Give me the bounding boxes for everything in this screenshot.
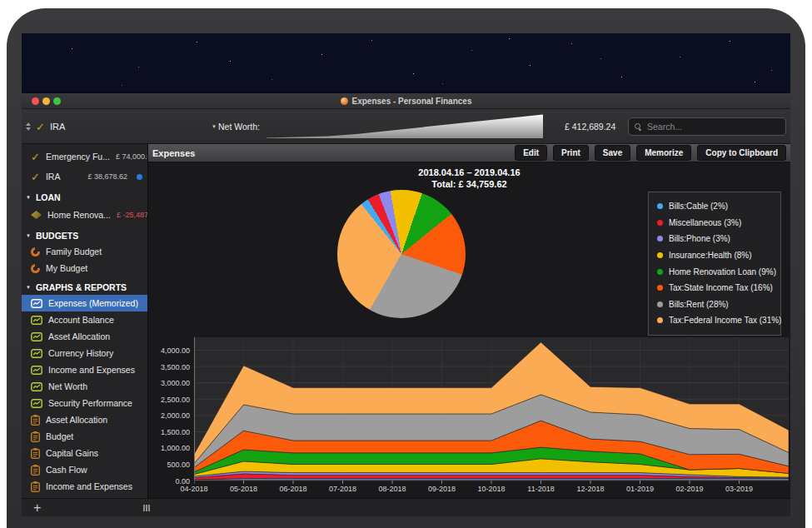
report-header-buttons: EditPrintSaveMemorizeCopy to Clipboard [515,145,786,161]
copy-to-clipboard-button[interactable]: Copy to Clipboard [697,145,786,161]
sidebar-item-income-and-expenses[interactable]: Income and Expenses [22,361,147,378]
sidebar-item-emergency-fu[interactable]: ✓Emergency Fu...£ 74,000.00 [22,147,147,167]
expenses-area-chart: 0.00500.001,000.001,500.002,000.002,500.… [148,331,790,498]
sidebar-item-account-balance[interactable]: Account Balance [22,311,147,328]
x-axis-label: 01-2019 [619,485,662,493]
memorize-button[interactable]: Memorize [636,145,691,161]
budget-icon [31,247,40,257]
laptop-bezel: Expenses - Personal Finances ✓ IRA ▼ Net… [7,8,805,528]
sidebar-item-currency-history[interactable]: Currency History [22,345,147,361]
sidebar-item-my-budget[interactable]: My Budget [22,260,147,276]
search-input[interactable] [645,121,780,132]
add-account-button[interactable]: + [33,500,41,516]
sidebar-section-budgets[interactable]: ▼BUDGETS [22,225,147,243]
disclosure-triangle-icon: ▼ [26,195,31,200]
sidebar-item-budget[interactable]: Budget [22,428,147,445]
legend-item-insurance-health: Insurance:Health (8%) [649,247,780,264]
legend-color-dot [657,285,663,291]
sidebar-item-label: Asset Allocation [46,415,107,425]
account-balance: £ 74,000.00 [116,152,148,161]
legend-color-dot [657,236,663,242]
zoom-button[interactable] [53,97,61,105]
save-button[interactable]: Save [595,145,630,161]
sidebar-item-income-and-expenses[interactable]: Income and Expenses [22,478,147,495]
sidebar-item-label: Account Balance [48,315,114,325]
stepper-icon[interactable] [26,122,31,131]
search-box[interactable] [628,117,786,136]
report-icon [31,448,40,459]
report-area: 2018.04.16 – 2019.04.16 Total: £ 34,759.… [148,162,790,498]
graph-icon [31,366,42,375]
sidebar-item-capital-gains[interactable]: Capital Gains [22,445,147,461]
report-icon [31,481,40,492]
graph-icon [31,382,42,391]
sidebar-item-label: Family Budget [46,247,102,257]
sidebar-section-loan[interactable]: ▼LOAN [22,187,147,205]
legend-color-dot [657,301,663,307]
sidebar-item-label: Income and Expenses [48,365,135,375]
edit-button[interactable]: Edit [515,145,547,161]
app-window: Expenses - Personal Finances ✓ IRA ▼ Net… [22,93,790,516]
sidebar-item-ira[interactable]: ✓IRA£ 38,678.62 [22,167,147,187]
report-total: Total: £ 34,759.62 [148,178,790,190]
x-axis-label: 07-2018 [321,485,365,493]
y-axis-label: 1,000.00 [148,444,190,452]
check-icon: ✓ [31,152,40,162]
networth-mini-chart [267,113,543,140]
sidebar-item-asset-allocation[interactable]: Asset Allocation [22,411,147,428]
sidebar-item-expenses-memorized[interactable]: Expenses (Memorized) [22,295,147,311]
legend-label: Tax:State Income Tax (16%) [669,283,773,292]
minimize-button[interactable] [42,97,50,105]
legend-item-home-renovation-loan: Home Renovation Loan (9%) [649,263,780,280]
report-icon [31,465,40,476]
sidebar-item-label: Cash Flow [46,465,87,475]
sidebar-item-cash-flow[interactable]: Cash Flow [22,461,147,478]
window-title-wrap: Expenses - Personal Finances [22,93,790,108]
legend-color-dot [657,317,663,323]
legend-item-bills-cable: Bills:Cable (2%) [649,198,780,215]
account-balance: £ -25,487.82 [117,211,148,219]
stars-decoration [22,33,22,34]
networth-amount: £ 412,689.24 [565,122,615,132]
report-date-range: 2018.04.16 – 2019.04.16 [148,167,790,178]
legend-label: Miscellaneous (3%) [669,218,741,227]
sidebar-item-family-budget[interactable]: Family Budget [22,243,147,260]
x-axis-label: 03-2019 [718,485,761,493]
sidebar-item-label: Capital Gains [46,448,98,458]
report-icon [31,415,40,426]
sidebar-item-net-worth[interactable]: Net Worth [22,378,147,395]
window-titlebar: Expenses - Personal Finances [22,93,790,109]
legend-label: Home Renovation Loan (9%) [669,267,776,276]
x-axis-label: 06-2018 [271,485,315,493]
report-title: Expenses [152,148,195,158]
sidebar-item-label: Security Performance [48,398,132,408]
sidebar-item-label: Currency History [48,348,113,358]
main-panel: Expenses EditPrintSaveMemorizeCopy to Cl… [148,144,790,498]
print-button[interactable]: Print [553,145,589,161]
disclosure-triangle-icon[interactable]: ▼ [212,124,217,129]
report-header-bar: Expenses EditPrintSaveMemorizeCopy to Cl… [148,144,790,162]
expenses-pie-chart[interactable] [337,190,466,318]
sidebar-item-security-performance[interactable]: Security Performance [22,395,147,411]
networth-widget[interactable]: ▼ Net Worth: £ 412,689.24 [212,109,615,144]
legend-color-dot [657,203,663,209]
y-axis-label: 4,000.00 [148,346,190,355]
x-axis-label: 10-2018 [470,485,513,493]
sidebar-item-label: Asset Allocation [48,331,110,341]
sidebar-item-asset-allocation[interactable]: Asset Allocation [22,328,147,345]
sidebar-section-title: GRAPHS & REPORTS [36,282,127,292]
check-icon: ✓ [31,172,40,182]
sidebar-resize-handle[interactable] [143,505,150,511]
sidebar-item-home-renova[interactable]: Home Renova...£ -25,487.82 [22,205,147,225]
graph-icon [31,316,42,325]
legend-item-tax-federal-income-tax: Tax:Federal Income Tax (31%) [649,312,780,329]
budget-icon [31,264,40,273]
sidebar-item-label: Expenses (Memorized) [48,298,138,308]
sidebar-item-label: Income and Expenses [46,481,132,491]
x-axis-label: 02-2019 [668,485,711,493]
close-button[interactable] [32,97,39,105]
account-selector[interactable]: ✓ IRA [26,109,65,144]
graph-icon [31,399,42,408]
account-balance: £ 38,678.62 [87,172,127,181]
sidebar-section-graphs-reports[interactable]: ▼GRAPHS & REPORTS [22,276,147,295]
